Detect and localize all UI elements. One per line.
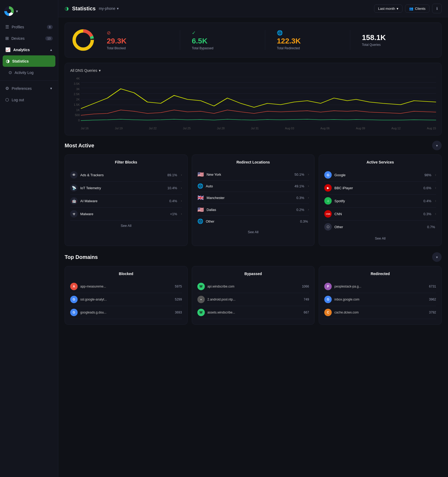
header-left: ◑ Statistics my-phone ▾ [65, 6, 119, 12]
domain-item-app-measure[interactable]: A app-measureme... 5975 [70, 280, 182, 293]
sidebar-item-label: Log out [12, 98, 24, 102]
time-range-button[interactable]: Last month ▾ [374, 5, 402, 13]
malware-icon: ☣ [70, 210, 78, 218]
spotify-pct: 0.4% [423, 199, 431, 203]
location-auto[interactable]: 🌐 Auto 49.1% › [197, 180, 309, 192]
filter-blocks-card: Filter Blocks 👁 Ads & Trackers 89.1% › 📡… [65, 154, 188, 246]
header-right: Last month ▾ 👥 Clients ℹ [374, 4, 442, 13]
filter-item-malware[interactable]: ☣ Malware <1% › [70, 207, 182, 220]
time-range-label: Last month [378, 7, 395, 11]
bypassed-icon: ✓ [192, 30, 196, 36]
redirected-domains-title: Redirected [324, 272, 436, 276]
ssl-google-name: ssl.google-analyt... [80, 298, 172, 301]
windscribe-api-avatar: W [197, 283, 205, 290]
donut-chart [71, 28, 95, 52]
logo[interactable]: ▾ [0, 4, 58, 21]
top-domains-header: Top Domains ▾ [65, 252, 442, 262]
googleads-count: 3693 [175, 311, 182, 314]
sidebar-item-profiles[interactable]: ☰ Profiles 8 [0, 21, 58, 33]
app-measure-avatar: A [70, 283, 78, 290]
inbox-google-avatar: G [324, 296, 332, 303]
new-york-arrow-icon: › [308, 173, 309, 176]
auto-label: Auto [206, 184, 292, 188]
stat-queries: 158.1K Total Queries [356, 33, 435, 47]
domain-item-peoplestack[interactable]: P peoplestack-pa.g... 6731 [324, 280, 436, 293]
stats-summary: ⊘ 29.3K Total Blocked ✓ 6.5K Total Bypas… [65, 23, 442, 58]
blocked-icon: ⊘ [107, 30, 111, 36]
most-active-collapse-button[interactable]: ▾ [432, 141, 442, 150]
domain-item-windscribe-assets[interactable]: W assets.windscribe... 667 [197, 306, 309, 319]
sidebar-item-statistics[interactable]: ◑ Statistics [3, 55, 55, 67]
ads-trackers-arrow-icon: › [181, 173, 182, 177]
chart-y-labels: 4K3.5K3K2.5K 2K1.5K1K5000 [70, 77, 80, 122]
logout-icon: ⬡ [5, 97, 9, 102]
bbc-label: BBC iPlayer [334, 186, 421, 190]
googleads-name: googleads.g.dou... [80, 311, 172, 314]
ai-malware-icon: 🤖 [70, 197, 78, 205]
device-selector[interactable]: my-phone ▾ [99, 6, 119, 11]
domain-item-ssl-google[interactable]: G ssl.google-analyt... 5299 [70, 293, 182, 306]
filter-item-iot[interactable]: 📡 IoT Telemetry 10.4% › [70, 182, 182, 195]
windscribe-api-count: 1066 [302, 285, 309, 288]
redirect-locations-see-all[interactable]: See All [197, 227, 309, 234]
bypassed-domains-card: Bypassed W api.windscribe.com 1066 ▪ 2.a… [192, 266, 315, 325]
spotify-icon: ♫ [324, 197, 332, 205]
new-york-flag-icon: 🇺🇸 [197, 171, 204, 178]
chart-title-selector[interactable]: All DNS Queries ▾ [70, 68, 101, 73]
service-google[interactable]: G Google 98% › [324, 169, 436, 182]
service-cnn[interactable]: CNN CNN 0.3% › [324, 207, 436, 220]
domain-item-ntp[interactable]: ▪ 2.android.pool.ntp... 749 [197, 293, 309, 306]
redirected-icon: 🌐 [277, 30, 283, 36]
cnn-label: CNN [334, 212, 421, 216]
location-dallas[interactable]: 🇺🇸 Dallas 0.2% › [197, 204, 309, 216]
chart-canvas [81, 77, 436, 122]
iot-label: IoT Telemetry [80, 186, 165, 190]
service-spotify[interactable]: ♫ Spotify 0.4% › [324, 195, 436, 207]
location-manchester[interactable]: 🇬🇧 Manchester 0.3% › [197, 192, 309, 204]
other-location-pct: 0.3% [300, 219, 308, 223]
manchester-label: Manchester [207, 196, 294, 200]
filter-item-ads[interactable]: 👁 Ads & Trackers 89.1% › [70, 169, 182, 182]
sidebar-item-logout[interactable]: ⬡ Log out [0, 94, 58, 105]
dallas-arrow-icon: › [308, 208, 309, 211]
iot-pct: 10.4% [167, 186, 177, 190]
clients-button[interactable]: 👥 Clients [405, 5, 429, 13]
spotify-arrow-icon: › [435, 199, 436, 203]
filter-blocks-see-all[interactable]: See All [70, 220, 182, 228]
preferences-icon: ⚙ [5, 86, 9, 91]
top-domains-grid: Blocked A app-measureme... 5975 G ssl.go… [65, 266, 442, 325]
info-button[interactable]: ℹ [432, 4, 442, 13]
service-bbc[interactable]: ▶ BBC iPlayer 0.6% › [324, 182, 436, 195]
active-services-see-all[interactable]: See All [324, 233, 436, 240]
redirected-label: Total Redirected [277, 46, 344, 50]
sidebar-item-preferences[interactable]: ⚙ Preferences ▼ [0, 83, 58, 94]
manchester-arrow-icon: › [308, 196, 309, 200]
sidebar-item-devices[interactable]: ⊞ Devices 13 [0, 33, 58, 44]
inbox-google-name: inbox.google.com [334, 298, 426, 301]
iot-arrow-icon: › [181, 186, 182, 190]
bypassed-value: 6.5K [192, 37, 259, 45]
sidebar-item-activity-log[interactable]: ⊙ Activity Log [0, 67, 58, 78]
blocked-domains-title: Blocked [70, 272, 182, 276]
domain-item-inbox-google[interactable]: G inbox.google.com 3962 [324, 293, 436, 306]
domain-item-cache-dciwx[interactable]: C cache.dciwx.com 3792 [324, 306, 436, 319]
ai-malware-label: AI Malware [80, 199, 167, 203]
location-new-york[interactable]: 🇺🇸 New York 50.1% › [197, 169, 309, 180]
domain-item-googleads[interactable]: G googleads.g.dou... 3693 [70, 306, 182, 319]
content-area: ⊘ 29.3K Total Blocked ✓ 6.5K Total Bypas… [58, 17, 448, 477]
sidebar-item-label: Analytics [13, 48, 30, 52]
cnn-icon: CNN [324, 210, 332, 218]
time-range-chevron-icon: ▾ [397, 7, 398, 11]
header: ◑ Statistics my-phone ▾ Last month ▾ 👥 C… [58, 0, 448, 17]
sidebar-item-analytics[interactable]: 📈 Analytics ▲ [0, 44, 58, 55]
other-service-label: Other [334, 225, 424, 229]
top-domains-collapse-button[interactable]: ▾ [432, 252, 442, 262]
cache-dciwx-name: cache.dciwx.com [334, 311, 426, 314]
app-measure-count: 5975 [175, 285, 182, 288]
profiles-icon: ☰ [5, 24, 9, 29]
ssl-google-avatar: G [70, 296, 78, 303]
domain-item-windscribe-api[interactable]: W api.windscribe.com 1066 [197, 280, 309, 293]
redirect-locations-title: Redirect Locations [197, 160, 309, 164]
filter-blocks-title: Filter Blocks [70, 160, 182, 164]
filter-item-ai-malware[interactable]: 🤖 AI Malware 0.4% › [70, 195, 182, 207]
